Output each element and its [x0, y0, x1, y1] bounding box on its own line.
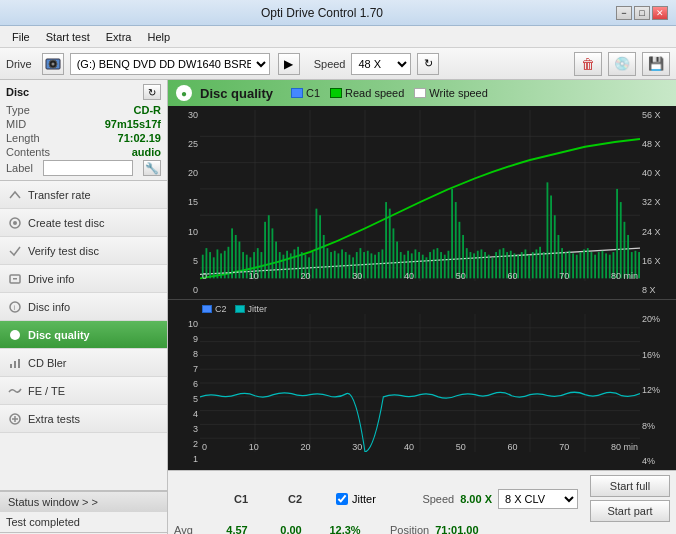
start-part-button[interactable]: Start part: [590, 500, 670, 522]
nav-disc-info[interactable]: i Disc info: [0, 293, 167, 321]
title-bar: Opti Drive Control 1.70 − □ ✕: [0, 0, 676, 26]
svg-rect-47: [268, 215, 270, 278]
erase-button[interactable]: 🗑: [574, 52, 602, 76]
legend-write-speed-box: [414, 88, 426, 98]
stats-header-row: C1 C2 Jitter Speed 8.00 X 8 X CLV Start …: [174, 475, 670, 522]
svg-rect-97: [451, 189, 453, 278]
svg-rect-143: [620, 202, 622, 278]
svg-point-4: [13, 221, 17, 225]
fe-te-icon: [8, 384, 22, 398]
svg-rect-46: [264, 222, 266, 279]
drive-select[interactable]: (G:) BENQ DVD DD DW1640 BSRB: [70, 53, 270, 75]
menu-start-test[interactable]: Start test: [38, 29, 98, 45]
minimize-button[interactable]: −: [616, 6, 632, 20]
disc-label-btn[interactable]: 🔧: [143, 160, 161, 176]
nav-cd-bler[interactable]: CD Bler: [0, 349, 167, 377]
status-window-button[interactable]: Status window > >: [0, 491, 167, 512]
disc-mid-value: 97m15s17f: [105, 118, 161, 130]
disc-type-label: Type: [6, 104, 30, 116]
speed-label: Speed: [314, 58, 346, 70]
nav-create-test-disc-label: Create test disc: [28, 217, 104, 229]
stats-left-cols: Avg 4.57 0.00 12.3% Max 33 0 13.7% Tot: [174, 524, 370, 534]
verify-test-disc-icon: [8, 244, 22, 258]
jitter-checkbox[interactable]: [336, 493, 348, 505]
disc-mid-label: MID: [6, 118, 26, 130]
speed-select[interactable]: 48 X: [351, 53, 411, 75]
bottom-chart: C2 Jitter 10 9 8 7 6 5 4 3: [168, 300, 676, 470]
nav-disc-quality[interactable]: Disc quality: [0, 321, 167, 349]
nav-disc-info-label: Disc info: [28, 301, 70, 313]
disc-label-row: Label 🔧: [6, 160, 161, 176]
avg-label: Avg: [174, 524, 208, 534]
top-chart-x-labels: 0 10 20 30 40 50 60 70 80 min: [200, 271, 640, 281]
nav-transfer-rate[interactable]: Transfer rate: [0, 181, 167, 209]
top-chart: 30 25 20 15 10 5 0 56 X 48 X 40 X 32 X 2…: [168, 106, 676, 300]
create-test-disc-icon: [8, 216, 22, 230]
stats-data: Avg 4.57 0.00 12.3% Max 33 0 13.7% Tot: [174, 524, 670, 534]
svg-text:i: i: [14, 304, 16, 311]
chart-legend: C1 Read speed Write speed: [291, 87, 488, 99]
nav-drive-info-label: Drive info: [28, 273, 74, 285]
status-window-label: Status window > >: [8, 496, 98, 508]
nav-fe-te-label: FE / TE: [28, 385, 65, 397]
status-bottom: Test completed: [0, 512, 167, 532]
drive-label: Drive: [6, 58, 32, 70]
disc-label-label: Label: [6, 162, 33, 174]
nav-cd-bler-label: CD Bler: [28, 357, 67, 369]
save-button[interactable]: 💾: [642, 52, 670, 76]
jitter-label: Jitter: [352, 493, 376, 505]
disc-label-input[interactable]: [43, 160, 133, 176]
drive-info-icon: [8, 272, 22, 286]
stats-c2-header: C2: [270, 493, 320, 505]
stats-panel: C1 C2 Jitter Speed 8.00 X 8 X CLV Start …: [168, 470, 676, 534]
bottom-chart-x-labels: 0 10 20 30 40 50 60 70 80 min: [200, 442, 640, 452]
nav-drive-info[interactable]: Drive info: [0, 265, 167, 293]
menu-help[interactable]: Help: [139, 29, 178, 45]
disc-length-label: Length: [6, 132, 40, 144]
svg-rect-125: [554, 215, 556, 278]
svg-rect-11: [14, 361, 16, 368]
status-text: Test completed: [6, 516, 80, 528]
svg-rect-80: [389, 209, 391, 279]
legend-read-speed: Read speed: [330, 87, 404, 99]
top-chart-plot: 0 10 20 30 40 50 60 70 80 min: [200, 110, 640, 281]
avg-c2: 0.00: [266, 524, 316, 534]
transfer-rate-icon: [8, 188, 22, 202]
close-button[interactable]: ✕: [652, 6, 668, 20]
apply-speed-button[interactable]: ↻: [417, 53, 439, 75]
menu-file[interactable]: File: [4, 29, 38, 45]
menu-extra[interactable]: Extra: [98, 29, 140, 45]
bottom-chart-svg: [200, 314, 640, 452]
speed-label-stats: Speed: [422, 493, 454, 505]
bottom-chart-title: C2 Jitter: [202, 304, 267, 314]
refresh-drive-button[interactable]: ▶: [278, 53, 300, 75]
disc-quality-icon-header: ●: [176, 85, 192, 101]
start-full-button[interactable]: Start full: [590, 475, 670, 497]
maximize-button[interactable]: □: [634, 6, 650, 20]
disc-quality-header: ● Disc quality C1 Read speed Write speed: [168, 80, 676, 106]
nav-verify-test-disc[interactable]: Verify test disc: [0, 237, 167, 265]
position-value: 71:01.00: [435, 524, 478, 534]
bottom-chart-plot: 0 10 20 30 40 50 60 70 80 min: [200, 314, 640, 452]
nav-transfer-rate-label: Transfer rate: [28, 189, 91, 201]
legend-write-speed: Write speed: [414, 87, 488, 99]
disc-button[interactable]: 💿: [608, 52, 636, 76]
speed-clv-select[interactable]: 8 X CLV: [498, 489, 578, 509]
disc-quality-title: Disc quality: [200, 86, 273, 101]
svg-rect-60: [316, 209, 318, 279]
nav-create-test-disc[interactable]: Create test disc: [0, 209, 167, 237]
disc-panel: Disc ↻ Type CD-R MID 97m15s17f Length 71…: [0, 80, 167, 181]
svg-rect-98: [455, 202, 457, 278]
jitter-header: Jitter: [336, 493, 376, 505]
status-bar: Status window > > Test completed: [0, 490, 167, 532]
disc-panel-refresh[interactable]: ↻: [143, 84, 161, 100]
svg-rect-124: [550, 196, 552, 279]
nav-extra-tests[interactable]: Extra tests: [0, 405, 167, 433]
action-buttons: Start full Start part: [590, 475, 670, 522]
bottom-chart-y-axis-right: 20% 16% 12% 8% 4%: [640, 300, 676, 470]
nav-fe-te[interactable]: FE / TE: [0, 377, 167, 405]
stats-right-speed: Speed 8.00 X 8 X CLV: [422, 489, 578, 509]
stats-right-details: Position 71:01.00 Samples 4251: [390, 524, 479, 534]
disc-type-row: Type CD-R: [6, 104, 161, 116]
legend-c1-box: [291, 88, 303, 98]
